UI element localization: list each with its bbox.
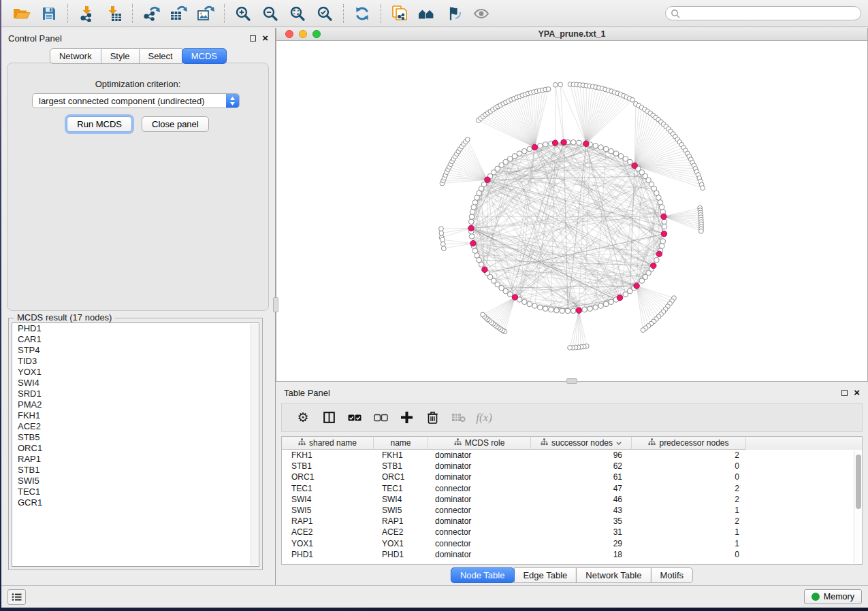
show-columns-button[interactable] [316,406,342,429]
table-row[interactable]: RAP1RAP1dominator352 [282,516,862,527]
table-cell: connector [428,527,531,537]
zoom-out-button[interactable] [257,3,284,24]
close-panel-icon[interactable]: × [262,35,268,42]
table-cell: ORC1 [374,472,428,482]
mcds-result-item[interactable]: SWI4 [12,378,259,389]
shared-column-icon [454,438,462,448]
mcds-result-item[interactable]: FKH1 [12,410,259,421]
mcds-result-item[interactable]: PHD1 [12,323,259,334]
open-file-button[interactable] [8,3,35,24]
mcds-result-item[interactable]: YOX1 [12,367,259,378]
show-graphics-details-button[interactable] [440,3,468,24]
table-row[interactable]: FKH1FKH1dominator962 [282,450,862,461]
column-header-successor-nodes[interactable]: successor nodes [531,437,632,450]
delete-table-button[interactable] [445,406,471,429]
column-header-predecessor-nodes[interactable]: predecessor nodes [632,437,746,450]
main-toolbar [1,0,868,27]
mcds-result-item[interactable]: SRD1 [12,389,259,399]
control-panel-title: Control Panel [8,33,62,44]
column-header-shared-name[interactable]: shared name [282,437,374,450]
open-folder-icon [13,5,31,22]
memory-button[interactable]: Memory [804,589,862,604]
mcds-result-item[interactable]: STB1 [12,465,259,476]
task-history-button[interactable] [7,589,26,605]
table-cell: 0 [632,461,746,471]
table-row[interactable]: SWI4SWI4dominator462 [282,494,862,505]
table-cell: 1 [632,539,746,548]
deselect-all-button[interactable] [368,406,393,429]
zoom-in-button[interactable] [229,3,257,24]
table-cell: PHD1 [282,550,374,559]
apply-function-button[interactable]: f(x) [471,406,497,429]
table-row[interactable]: TEC1TEC1connector472 [282,483,862,494]
tab-motifs[interactable]: Motifs [650,567,693,583]
delete-column-button[interactable] [419,406,445,429]
mcds-result-item[interactable]: TEC1 [12,486,259,497]
mcds-result-item[interactable]: STB5 [12,432,259,443]
table-row[interactable]: SWI5SWI5connector431 [282,505,862,516]
apply-layout-button[interactable] [349,3,376,24]
control-panel: Control Panel × NetworkStyleSelectMCDS O… [1,28,276,585]
optimization-criterion-select[interactable]: largest connected component (undirected) [32,93,240,108]
tab-select[interactable]: Select [139,48,182,64]
zoom-selected-button[interactable] [311,3,338,24]
mcds-result-item[interactable]: RAP1 [12,454,259,465]
mcds-result-item[interactable]: ORC1 [12,443,259,454]
mcds-result-item[interactable]: TID3 [12,356,259,367]
table-cell: connector [428,539,531,548]
export-table-button[interactable] [165,3,192,24]
column-header-MCDS-role[interactable]: MCDS role [428,437,531,450]
close-panel-button[interactable]: Close panel [142,116,209,132]
tab-mcds[interactable]: MCDS [182,48,227,64]
import-table-button[interactable] [100,3,127,24]
hide-selected-button[interactable] [468,3,495,24]
table-row[interactable]: ORC1ORC1dominator610 [282,472,862,482]
network-canvas[interactable] [276,41,867,381]
tab-edge-table[interactable]: Edge Table [513,567,577,583]
tab-network[interactable]: Network [50,48,101,64]
mcds-result-item[interactable]: ACE2 [12,421,259,432]
close-table-panel-icon[interactable]: × [854,389,860,396]
mcds-result-item[interactable]: GCR1 [12,497,259,508]
horizontal-splitter-handle[interactable] [566,378,577,384]
table-row[interactable]: STB1STB1dominator620 [282,461,862,472]
mcds-result-item[interactable]: SWI5 [12,476,259,486]
float-table-panel-icon[interactable] [841,390,848,396]
table-row[interactable]: ACE2ACE2connector311 [282,527,862,538]
table-scrollbar-thumb[interactable] [856,455,861,509]
export-image-button[interactable] [192,3,219,24]
network-window-titlebar[interactable]: YPA_prune.txt_1 [276,28,867,41]
table-settings-button[interactable]: ⚙ [290,406,316,429]
table-row[interactable]: YOX1YOX1connector291 [282,538,862,549]
add-column-button[interactable] [393,406,419,429]
node-table: shared namenameMCDS rolesuccessor nodesp… [281,436,863,565]
table-cell: SWI4 [282,495,374,504]
zoom-fit-button[interactable] [284,3,311,24]
save-session-button[interactable] [35,3,63,24]
vertical-splitter-handle[interactable] [273,297,278,312]
tab-network-table[interactable]: Network Table [576,567,651,583]
import-network-button[interactable] [73,3,100,24]
select-all-button[interactable] [342,406,368,429]
first-neighbors-button[interactable] [413,3,440,24]
search-input[interactable] [680,9,856,18]
mcds-list-scrollbar[interactable] [251,324,258,565]
mcds-result-item[interactable]: PMA2 [12,399,259,410]
column-header-name[interactable]: name [374,437,428,450]
table-row[interactable]: PHD1PHD1dominator180 [282,549,862,560]
run-mcds-button[interactable]: Run MCDS [67,116,132,132]
table-cell: STB1 [282,461,374,471]
float-panel-icon[interactable] [250,35,256,42]
mcds-result-item[interactable]: CAR1 [12,334,259,345]
tab-style[interactable]: Style [101,48,140,64]
delete-table-icon [451,412,466,423]
mcds-result-item[interactable]: STP4 [12,345,259,356]
export-network-button[interactable] [138,3,165,24]
table-cell: 2 [632,484,746,493]
search-icon [671,9,680,18]
memory-label: Memory [824,592,854,601]
table-body: FKH1FKH1dominator962STB1STB1dominator620… [282,450,862,560]
new-network-from-selection-button[interactable] [386,3,413,24]
tab-node-table[interactable]: Node Table [451,567,515,583]
network-graph [276,41,867,380]
